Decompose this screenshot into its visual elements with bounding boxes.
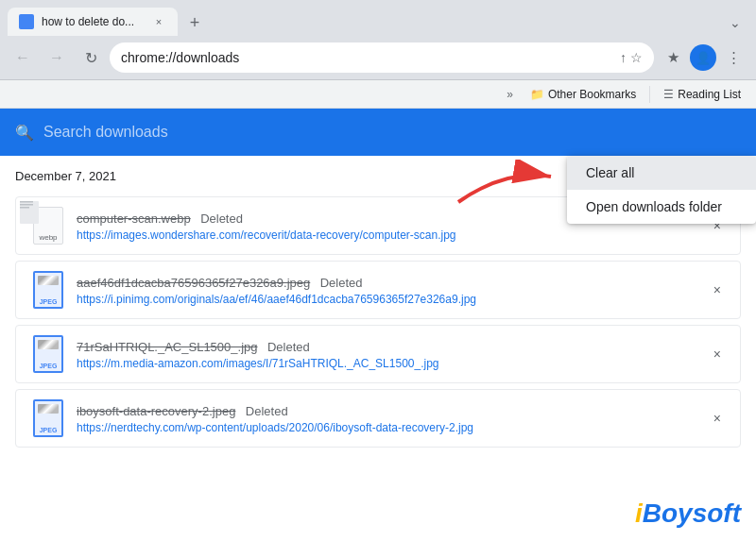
new-tab-button[interactable]: +	[181, 9, 208, 36]
clear-all-menu-item[interactable]: Clear all	[567, 156, 756, 190]
bookmarks-separator	[649, 86, 650, 103]
download-status-3: Deleted	[267, 340, 310, 354]
download-filename-3: 71rSaHTRIQL._AC_SL1500_.jpg	[77, 340, 258, 354]
open-downloads-folder-menu-item[interactable]: Open downloads folder	[567, 190, 756, 224]
extensions-button[interactable]: ★	[658, 42, 688, 73]
webp-file-icon: webp	[33, 207, 63, 245]
tab-close-button[interactable]: ×	[151, 14, 166, 29]
profile-icon: 👤	[696, 51, 711, 65]
jpeg-file-icon-4: JPEG	[33, 399, 63, 437]
watermark-i: i	[635, 499, 643, 528]
watermark: iBoysoft	[635, 499, 741, 529]
address-text: chrome://downloads	[121, 50, 612, 65]
download-status-1: Deleted	[200, 211, 243, 226]
reading-list-item[interactable]: ☰ Reading List	[656, 86, 748, 103]
jpeg-file-icon-2: JPEG	[33, 271, 63, 309]
profile-button[interactable]: 👤	[690, 44, 716, 71]
download-info-3: 71rSaHTRIQL._AC_SL1500_.jpg Deleted http…	[77, 338, 698, 370]
download-info-4: iboysoft-data-recovery-2.jpeg Deleted ht…	[77, 402, 698, 434]
reading-list-label: Reading List	[678, 88, 741, 101]
svg-rect-4	[20, 207, 29, 209]
extensions-icon: ★	[667, 49, 679, 66]
folder-icon: 📁	[530, 88, 544, 101]
file-icon-1: webp	[31, 209, 65, 243]
download-item: JPEG aaef46df1dcacba76596365f27e326a9.jp…	[15, 261, 741, 319]
chrome-menu-icon: ⋮	[727, 49, 741, 66]
download-item: JPEG 71rSaHTRIQL._AC_SL1500_.jpg Deleted…	[15, 325, 741, 383]
other-bookmarks-label: Other Bookmarks	[548, 88, 636, 101]
address-bar[interactable]: chrome://downloads ↑ ☆	[110, 42, 654, 73]
search-icon: 🔍	[15, 124, 34, 142]
search-input[interactable]	[43, 124, 741, 141]
download-url-3[interactable]: https://m.media-amazon.com/images/I/71rS…	[77, 357, 698, 370]
address-icons: ↑ ☆	[620, 50, 643, 65]
file-icon-2: JPEG	[31, 273, 65, 307]
address-bar-row: ← → ↻ chrome://downloads ↑ ☆ ★ 👤 ⋮	[0, 36, 756, 79]
bookmark-star-icon[interactable]: ☆	[630, 50, 643, 65]
share-icon[interactable]: ↑	[620, 50, 627, 65]
chrome-menu-button[interactable]: ⋮	[718, 42, 748, 73]
tab-title: how to delete do...	[42, 15, 144, 28]
downloads-search-bar: 🔍	[0, 109, 756, 156]
page-content: 🔍 Clear all Open downloads folder Decemb…	[0, 109, 756, 541]
file-icon-4: JPEG	[31, 401, 65, 435]
bookmarks-bar: » 📁 Other Bookmarks ☰ Reading List	[0, 80, 756, 109]
download-status-4: Deleted	[246, 404, 288, 418]
download-filename-4: iboysoft-data-recovery-2.jpeg	[77, 404, 235, 418]
forward-button[interactable]: →	[42, 42, 72, 73]
refresh-button[interactable]: ↻	[76, 42, 106, 73]
download-filename-1: computer-scan.webp	[77, 211, 191, 226]
remove-button-2[interactable]: ×	[710, 279, 725, 301]
watermark-text: Boysoft	[643, 499, 741, 528]
other-bookmarks-item[interactable]: 📁 Other Bookmarks	[523, 86, 644, 103]
download-url-4[interactable]: https://nerdtechy.com/wp-content/uploads…	[77, 421, 698, 434]
downloads-list: webp computer-scan.webp Deleted https://…	[0, 196, 756, 448]
refresh-icon: ↻	[85, 49, 97, 67]
browser-chrome: how to delete do... × + ⌄ ← → ↻ chrome:/…	[0, 0, 756, 80]
download-filename-2: aaef46df1dcacba76596365f27e326a9.jpeg	[77, 276, 310, 290]
file-icon-3: JPEG	[31, 337, 65, 371]
tab-bar: how to delete do... × + ⌄	[0, 0, 756, 36]
toolbar-right: ★ 👤 ⋮	[658, 42, 748, 73]
active-tab[interactable]: how to delete do... ×	[8, 8, 178, 36]
remove-button-4[interactable]: ×	[710, 407, 725, 430]
forward-icon: →	[49, 49, 64, 66]
remove-button-3[interactable]: ×	[710, 343, 725, 365]
context-menu: Clear all Open downloads folder	[567, 156, 756, 224]
download-url-1[interactable]: https://images.wondershare.com/recoverit…	[77, 228, 698, 242]
tab-menu-button[interactable]: ⌄	[722, 9, 748, 36]
reading-list-icon: ☰	[663, 88, 674, 101]
jpeg-file-icon-3: JPEG	[33, 335, 63, 373]
download-item: JPEG iboysoft-data-recovery-2.jpeg Delet…	[15, 389, 741, 448]
download-status-2: Deleted	[320, 276, 363, 290]
tab-favicon	[19, 14, 34, 29]
svg-rect-3	[20, 204, 33, 206]
back-button[interactable]: ←	[8, 42, 38, 73]
bookmarks-chevron[interactable]: »	[501, 86, 519, 103]
download-info-2: aaef46df1dcacba76596365f27e326a9.jpeg De…	[77, 274, 698, 306]
back-icon: ←	[15, 49, 30, 66]
svg-rect-2	[20, 201, 33, 203]
download-url-2[interactable]: https://i.pinimg.com/originals/aa/ef/46/…	[77, 293, 698, 306]
